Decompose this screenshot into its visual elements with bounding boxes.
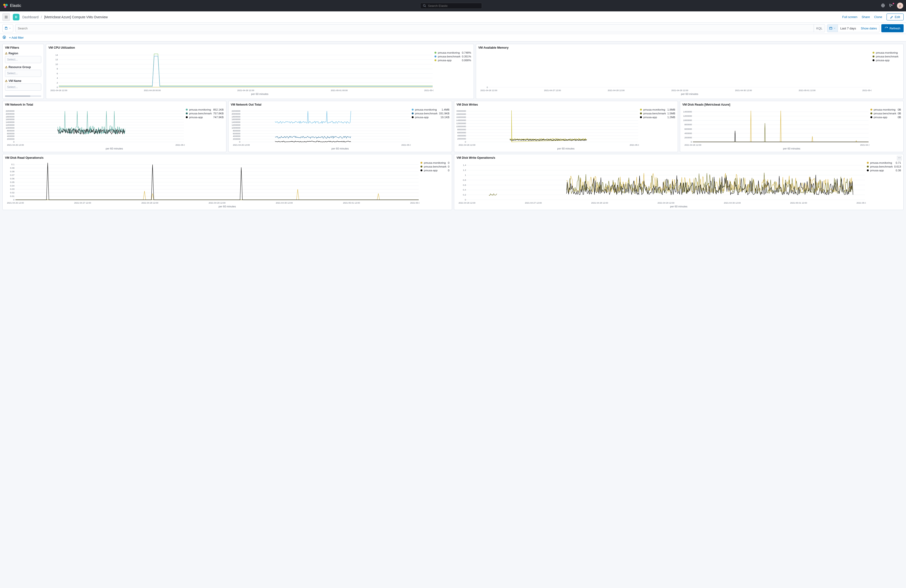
panel-vm-cpu: VM CPU Utilization 024681012142021-04-26… [46, 44, 474, 99]
legend-item[interactable]: pmusa-monitoring0.748% [434, 51, 471, 54]
user-avatar[interactable]: p [897, 3, 903, 9]
space-badge[interactable]: D [13, 14, 19, 21]
legend-name: pmusa-app [415, 116, 439, 119]
legend-item[interactable]: pmusa-app1.2MB [640, 116, 675, 119]
news-icon[interactable] [889, 3, 893, 8]
panel-title: VM Disk Reads [Metricbeat Azure] [683, 103, 901, 106]
legend-item[interactable]: pmusa-app0B [870, 116, 901, 119]
share-link[interactable]: Share [861, 15, 870, 19]
legend-item[interactable]: pmusa-benchmark0 [421, 165, 450, 168]
legend-item[interactable]: pmusa-benchmark0.351% [434, 55, 471, 58]
global-search-box[interactable] [420, 3, 482, 9]
legend-item[interactable]: pmusa-benchmark0B [870, 112, 901, 115]
global-search-input[interactable] [428, 4, 479, 8]
saved-query-button[interactable] [2, 24, 13, 32]
legend-item[interactable]: pmusa-monitoring0B [870, 108, 901, 111]
legend-item[interactable]: pmusa-benchmark331.9KB [412, 112, 450, 115]
svg-text:2021-05-01 00:00: 2021-05-01 00:00 [630, 144, 639, 146]
svg-text:18000000: 18000000 [456, 113, 466, 115]
panel-scrollbar[interactable] [5, 96, 41, 97]
query-input[interactable] [16, 27, 814, 30]
legend-value: 0B [898, 116, 901, 119]
legend-dot [870, 116, 872, 118]
panel-vm-disk-reads: VM Disk Reads [Metricbeat Azure] 0200000… [680, 101, 904, 152]
query-lang-button[interactable]: KQL [814, 24, 825, 32]
filter-select[interactable]: Select... [5, 83, 41, 91]
filter-select[interactable]: Select... [5, 70, 41, 77]
legend-item[interactable]: pmusa-app [873, 59, 901, 62]
header-bar: D Dashboard / [Metricbeat Azure] Compute… [0, 11, 906, 23]
edit-button[interactable]: Edit [887, 14, 904, 21]
svg-text:2021-04-26 12:00: 2021-04-26 12:00 [51, 89, 67, 92]
svg-text:2021-04-26 12:00: 2021-04-26 12:00 [459, 202, 475, 204]
svg-text:2021-04-30 12:00: 2021-04-30 12:00 [724, 202, 741, 204]
legend-dot [412, 109, 414, 111]
time-range-value[interactable]: Last 7 days [838, 27, 858, 30]
legend-item[interactable]: pmusa-benchmark [873, 55, 901, 58]
chart-svg: 00.20.40.60.811.21.42021-04-26 12:002021… [456, 161, 866, 204]
filter-label: ⚠VM Name [5, 79, 41, 83]
svg-text:0.8: 0.8 [463, 178, 466, 181]
panel-title: VM Available Memory [479, 46, 901, 49]
legend-item[interactable]: pmusa-monitoring1.4MB [412, 108, 450, 111]
avatar-letter: p [900, 4, 901, 7]
refresh-button[interactable]: Refresh [881, 24, 904, 32]
svg-text:0.01: 0.01 [10, 195, 15, 198]
legend-value: 0.613 [894, 165, 901, 168]
svg-text:2021-05-02 12:00: 2021-05-02 12:00 [410, 202, 420, 204]
svg-text:20000000: 20000000 [456, 110, 466, 112]
svg-text:2021-04-28 12:00: 2021-04-28 12:00 [142, 202, 158, 204]
legend-item[interactable]: pmusa-monitoring [873, 51, 901, 54]
svg-text:0.02: 0.02 [10, 191, 15, 194]
svg-text:2021-05-01 00:00: 2021-05-01 00:00 [401, 144, 411, 146]
filter-icon[interactable] [2, 35, 6, 40]
legend-dot [640, 116, 642, 118]
legend-dot [434, 56, 436, 57]
legend-name: pmusa-app [876, 59, 900, 62]
show-dates-link[interactable]: Show dates [858, 27, 879, 30]
elastic-logo[interactable]: Elastic [3, 3, 21, 8]
legend-item[interactable]: pmusa-benchmark1.5MB [640, 112, 675, 115]
legend-item[interactable]: pmusa-app0 [421, 169, 450, 172]
legend-item[interactable]: pmusa-monitoring852.1KB [186, 108, 223, 111]
filter-select[interactable]: Select... [5, 56, 41, 63]
legend-item[interactable]: pmusa-monitoring0 [421, 161, 450, 164]
svg-text:2000000: 2000000 [231, 113, 240, 115]
chart-xlabel: per 60 minutes [5, 147, 224, 150]
legend-value: 0B [898, 108, 901, 111]
svg-text:2021-04-26 12:00: 2021-04-26 12:00 [7, 202, 24, 204]
chart-xlabel: per 60 minutes [5, 205, 450, 208]
nav-toggle-button[interactable] [2, 13, 10, 21]
svg-point-169 [899, 158, 900, 158]
panel-title: VM Disk Writes [456, 103, 675, 106]
integrations-icon[interactable] [881, 3, 885, 8]
legend-item[interactable]: pmusa-monitoring1.8MB [640, 108, 675, 111]
svg-text:2000000: 2000000 [6, 113, 14, 115]
svg-point-0 [3, 4, 5, 6]
legend-item[interactable]: pmusa-app19.1KB [412, 116, 450, 119]
legend-item[interactable]: pmusa-benchmark757.8KB [186, 112, 223, 115]
chart-svg: 00.010.020.030.040.050.060.070.080.090.1… [5, 161, 420, 204]
svg-text:1200000: 1200000 [683, 115, 692, 117]
time-range-calendar-button[interactable] [827, 24, 838, 32]
add-filter-link[interactable]: + Add filter [9, 36, 24, 39]
chart-xlabel: per 60 minutes [479, 92, 901, 96]
clone-link[interactable]: Clone [874, 15, 882, 19]
legend-item[interactable]: pmusa-benchmark0.613 [867, 165, 901, 168]
svg-text:2021-04-28 12:00: 2021-04-28 12:00 [608, 89, 625, 92]
more-icon [898, 156, 901, 159]
dashboard-grid: VM Filters ⚠RegionSelect...⚠Resource Gro… [0, 41, 906, 212]
panel-options-button[interactable] [897, 156, 902, 161]
breadcrumb-root[interactable]: Dashboard [22, 15, 39, 19]
legend-item[interactable]: pmusa-app0.068% [434, 59, 471, 62]
legend-item[interactable]: pmusa-app747.9KB [186, 116, 223, 119]
svg-text:1800000: 1800000 [231, 115, 240, 118]
svg-text:2021-04-27 12:00: 2021-04-27 12:00 [74, 202, 91, 204]
svg-text:1.2: 1.2 [463, 169, 466, 171]
legend-item[interactable]: pmusa-monitoring0.71 [867, 161, 901, 164]
fullscreen-link[interactable]: Full screen [842, 15, 857, 19]
legend-item[interactable]: pmusa-app0.38 [867, 169, 901, 172]
legend-value: 1.4MB [442, 108, 450, 111]
chart-xlabel: per 60 minutes [683, 147, 901, 150]
svg-text:0.04: 0.04 [10, 184, 15, 187]
